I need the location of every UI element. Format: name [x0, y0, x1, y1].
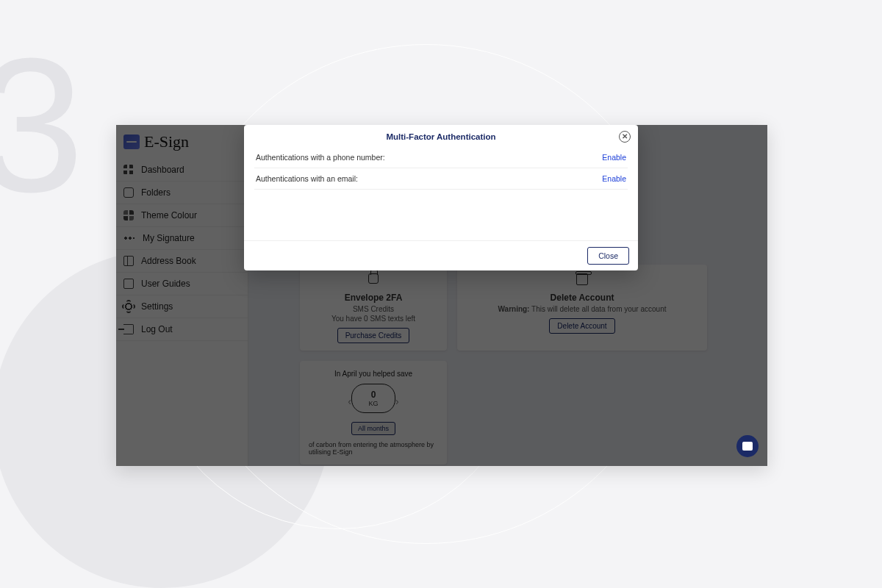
sidebar-item-label: User Guides [141, 279, 190, 289]
brand-name: E-Sign [144, 132, 189, 151]
chat-fab[interactable] [736, 435, 759, 457]
auth-row-label: Authentications with a phone number: [256, 153, 385, 162]
carbon-cloud: 0 KG [351, 384, 395, 413]
sidebar-item-label: Log Out [141, 324, 173, 334]
card-delete-account: Delete Account Warning: This will delete… [457, 265, 707, 351]
close-button[interactable]: Close [587, 247, 629, 265]
sidebar-nav: Dashboard Folders Theme Colour My Signat… [116, 159, 248, 341]
card-envelope-2fa: Envelope 2FA SMS Credits You have 0 SMS … [300, 265, 447, 351]
trash-icon [572, 273, 592, 288]
sidebar-item-label: Address Book [141, 256, 196, 266]
modal-body: Authentications with a phone number: Ena… [244, 147, 638, 240]
carbon-footer: of carbon from entering the atmosphere b… [309, 441, 438, 456]
folder-icon [123, 187, 134, 198]
enable-email-link[interactable]: Enable [602, 174, 626, 183]
modal-title: Multi-Factor Authentication [386, 132, 495, 141]
logout-icon [123, 324, 134, 334]
chevron-left-icon[interactable]: ‹ [348, 395, 351, 407]
auth-row-label: Authentications with an email: [256, 174, 358, 183]
sidebar-item-theme-colour[interactable]: Theme Colour [116, 204, 248, 227]
card-title: Delete Account [551, 293, 614, 303]
sidebar-item-user-guides[interactable]: User Guides [116, 273, 248, 295]
lock-icon [363, 273, 384, 288]
sidebar-item-folders[interactable]: Folders [116, 182, 248, 204]
carbon-unit: KG [368, 400, 378, 407]
all-months-button[interactable]: All months [351, 422, 395, 435]
sidebar-item-label: Theme Colour [141, 210, 197, 220]
sidebar-item-label: My Signature [143, 233, 195, 243]
modal-footer: Close [244, 240, 638, 270]
step-number: 3 [0, 29, 85, 220]
modal-header: Multi-Factor Authentication ✕ [244, 125, 638, 147]
gear-icon [123, 301, 134, 312]
card-warning: Warning: This will delete all data from … [498, 305, 667, 313]
enable-phone-link[interactable]: Enable [602, 153, 626, 162]
theme-icon [123, 210, 134, 220]
sidebar-item-label: Settings [141, 301, 173, 312]
sidebar-item-settings[interactable]: Settings [116, 295, 248, 318]
signature-icon [123, 234, 135, 242]
sidebar-item-address-book[interactable]: Address Book [116, 250, 248, 273]
auth-row-email: Authentications with an email: Enable [254, 168, 628, 190]
sidebar-item-dashboard[interactable]: Dashboard [116, 159, 248, 182]
sidebar: E-Sign Dashboard Folders Theme Colour My… [116, 125, 248, 466]
app-window: E-Sign Dashboard Folders Theme Colour My… [116, 125, 767, 466]
brand-logo-icon [123, 135, 140, 149]
sidebar-item-log-out[interactable]: Log Out [116, 318, 248, 341]
auth-row-phone: Authentications with a phone number: Ena… [254, 147, 628, 168]
user-guides-icon [123, 279, 134, 289]
sidebar-item-label: Dashboard [141, 165, 184, 175]
purchase-credits-button[interactable]: Purchase Credits [337, 328, 410, 343]
chevron-right-icon[interactable]: › [395, 395, 399, 407]
card-title: Envelope 2FA [345, 293, 403, 303]
card-carbon-savings: In April you helped save ‹ 0 KG › All mo… [300, 361, 447, 465]
dashboard-icon [123, 165, 134, 175]
sidebar-item-my-signature[interactable]: My Signature [116, 227, 248, 250]
address-book-icon [123, 256, 134, 266]
carbon-value: 0 [371, 390, 376, 400]
delete-account-button[interactable]: Delete Account [549, 318, 614, 334]
card-subtitle: You have 0 SMS texts left [331, 315, 415, 323]
card-subtitle: SMS Credits [353, 305, 394, 313]
sidebar-item-label: Folders [141, 187, 171, 198]
close-icon[interactable]: ✕ [619, 131, 631, 143]
chat-icon [742, 442, 753, 451]
brand: E-Sign [116, 125, 248, 157]
mfa-modal: Multi-Factor Authentication ✕ Authentica… [244, 125, 638, 270]
carbon-headline: In April you helped save [334, 370, 412, 378]
